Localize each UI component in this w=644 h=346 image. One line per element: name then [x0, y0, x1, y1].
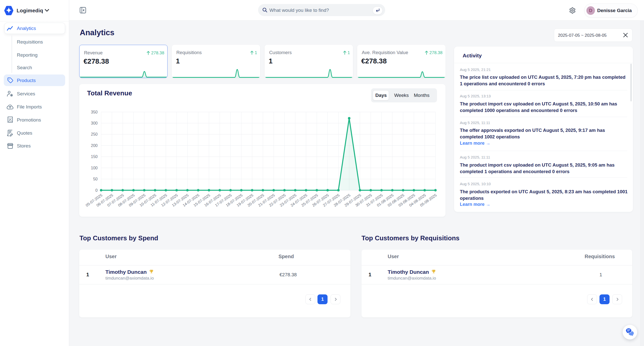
svg-text:350: 350: [91, 110, 98, 114]
svg-text:50: 50: [93, 177, 98, 181]
svg-text:250: 250: [91, 132, 98, 136]
svg-text:0: 0: [95, 188, 98, 193]
svg-text:300: 300: [91, 121, 98, 125]
svg-text:150: 150: [91, 155, 98, 159]
svg-text:100: 100: [91, 166, 98, 170]
svg-text:200: 200: [91, 143, 98, 148]
